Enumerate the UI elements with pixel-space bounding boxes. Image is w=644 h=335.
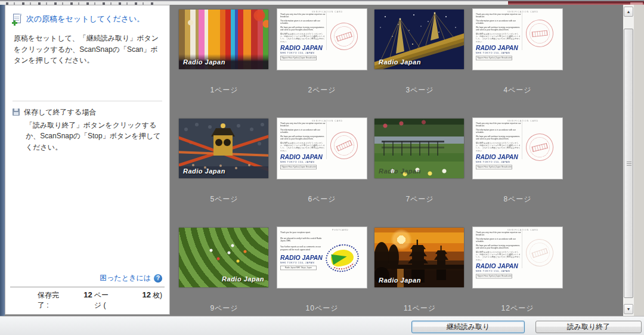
bottom-button-bar: 継続読み取り 読み取り終了 [0,316,644,335]
scrollbar-up-button[interactable]: ▲ [624,7,633,17]
card-divider [326,12,327,50]
radio-japan-brand: RADIO JAPAN [280,45,326,51]
page-thumbnail-8[interactable]: VERIFICATION CARD Thank you very much fo… [472,117,563,179]
radio-japan-colour-logo [323,241,361,275]
card-paragraph-ja: 受信報告をお送りいただきありがとうございました。内容はスケジュールと照合のうえ確… [476,142,521,152]
red-stamp [327,19,361,54]
continue-scan-button[interactable]: 継続読み取り [411,321,525,333]
page-thumbnail-9[interactable]: Radio Japan [179,228,268,287]
page-cell-4: VERIFICATION CARD Thank you very much fo… [472,8,570,117]
card-paragraph: We hope you will continue to enjoy our p… [476,26,521,31]
card-paragraph-ja: 受信報告をお送りいただきありがとうございました。内容はスケジュールと照合のうえ確… [476,251,521,261]
card-paragraph: The information given is in accordance w… [280,20,326,24]
card-paragraph: Thank you for your reception report. [280,231,326,234]
card-footer-box: Nippon Hoso Kyokai (Japan Broadcasting C… [280,56,317,61]
right-margin-column [634,5,644,316]
card-header: VERIFICATION CARD [507,229,538,231]
page-cell-10: POSTCARD Thank you for your reception re… [277,227,374,316]
card-footer-box: Radio Japan NHK Tokyo, Japan [280,266,317,271]
page-label: 3ページ [374,85,465,95]
page-grid: Radio Japan 1ページ VERIFICATION CARD Thank… [179,8,570,316]
page-label: 12ページ [472,303,563,314]
help-icon[interactable]: ? [154,274,162,283]
card-paragraph-ja: 受信報告をお送りいただきありがとうございました。内容はスケジュールと照合のうえ確… [476,33,521,43]
page-cell-2: VERIFICATION CARD Thank you very much fo… [277,8,374,117]
card-header: POSTCARD [332,229,348,231]
card-paragraph-ja: 受信報告をお送りいただきありがとうございました。内容はスケジュールと照合のうえ確… [280,33,326,43]
status-sheet-count: 12 [143,290,151,299]
card-paragraph: Thank you very much for your reception r… [280,122,326,127]
card-paragraph: Your further reports as well as comments… [280,246,326,250]
red-stamp [523,131,556,164]
card-paragraph: We hope you will continue to enjoy our p… [476,135,521,140]
card-paragraph: Thank you very much for your reception r… [476,231,521,236]
radio-japan-overlay: Radio Japan [183,168,225,175]
page-thumbnail-1[interactable]: Radio Japan [179,10,268,69]
page-cell-6: VERIFICATION CARD Thank you very much fo… [277,117,374,227]
faint-stamp [522,235,557,270]
card-header: VERIFICATION CARD [507,11,538,13]
page-thumbnail-5[interactable]: Radio Japan [179,119,268,178]
page-thumbnail-4[interactable]: VERIFICATION CARD Thank you very much fo… [472,8,563,70]
card-paragraph: We are pleased to verify it with this ca… [280,237,326,242]
page-label: 4ページ [472,85,563,95]
card-header: VERIFICATION CARD [507,120,538,122]
scrollbar-thumb[interactable] [624,29,633,298]
save-section-title: 保存して終了する場合 [24,107,96,117]
page-thumbnail-7[interactable]: Radio Japan [374,119,464,178]
page-label: 5ページ [179,194,270,204]
vertical-scrollbar[interactable]: ▲ ▼ [623,5,634,316]
page-label: 7ページ [374,194,465,204]
save-instruction-text: 「読み取り終了」ボタンをクリックするか、ScanSnapの「Stop」ボタンを押… [14,120,161,153]
panel-heading: 次の原稿をセットしてください。 [26,14,144,24]
page-thumbnail-12[interactable]: VERIFICATION CARD Thank you very much fo… [472,227,563,289]
card-paragraph: Thank you very much for your reception r… [476,13,521,18]
radio-japan-overlay: Radio Japan [183,58,225,66]
card-address: NHK TOKYO 150, JAPAN [476,160,521,163]
card-address: NHK TOKYO 150, JAPAN [280,51,326,54]
card-address: NHK TOKYO 150, JAPAN [280,262,326,264]
card-paragraph: The information given is in accordance w… [280,129,326,134]
card-paragraph: The information given is in accordance w… [476,238,521,243]
radio-japan-overlay: Radio Japan [379,58,421,66]
page-thumbnail-10[interactable]: POSTCARD Thank you for your reception re… [277,227,367,289]
page-cell-9: Radio Japan 9ページ [179,227,277,316]
scrollbar-down-button[interactable]: ▼ [624,304,633,314]
page-label: 6ページ [277,194,367,204]
page-thumbnail-11[interactable]: Radio Japan [374,228,464,287]
instruction-panel: 次の原稿をセットしてください。 原稿をセットして、「継続読み取り」ボタンをクリッ… [5,5,170,315]
page-thumbnail-3[interactable]: Radio Japan [374,10,464,69]
scrollbar-grip [627,161,631,166]
radio-japan-overlay: Radio Japan [379,168,421,175]
radio-japan-brand: RADIO JAPAN [280,255,326,261]
section-divider [13,101,162,101]
card-address: NHK TOKYO 150, JAPAN [476,51,521,54]
card-paragraph: The information given is in accordance w… [476,20,521,24]
card-address: NHK TOKYO 150, JAPAN [280,160,326,163]
card-footer-box: Nippon Hoso Kyokai (Japan Broadcasting C… [476,165,512,170]
card-paragraph: Thank you very much for your reception r… [476,122,521,127]
card-paragraph: The information given is in accordance w… [476,129,521,134]
page-cell-11: Radio Japan 11ページ [374,227,472,316]
finish-scan-button[interactable]: 読み取り終了 [535,321,642,333]
status-sheet-unit: 枚) [153,290,162,300]
status-divider [10,287,165,287]
help-link[interactable]: 困ったときには [100,273,151,283]
dialog-body: 次の原稿をセットしてください。 原稿をセットして、「継続読み取り」ボタンをクリッ… [0,5,644,316]
page-thumbnail-2[interactable]: VERIFICATION CARD Thank you very much fo… [277,8,367,70]
save-icon [13,108,20,116]
scansnap-scan-dialog: 次の原稿をセットしてください。 原稿をセットして、「継続読み取り」ボタンをクリッ… [0,0,644,335]
radio-japan-brand: RADIO JAPAN [476,154,521,160]
card-paragraph: We hope you will continue to enjoy our p… [476,244,521,249]
page-thumbnail-6[interactable]: VERIFICATION CARD Thank you very much fo… [277,117,367,179]
card-divider [522,230,522,268]
set-document-icon [13,14,22,24]
page-cell-1: Radio Japan 1ページ [179,8,277,117]
background-window-titlebar [0,0,644,5]
page-label: 1ページ [179,85,270,95]
status-label: 保存完了 : [38,290,63,311]
radio-japan-brand: RADIO JAPAN [476,45,521,51]
page-cell-3: Radio Japan 3ページ [374,8,472,117]
card-header: VERIFICATION CARD [312,11,343,13]
card-address: NHK TOKYO 150, JAPAN [476,269,521,272]
